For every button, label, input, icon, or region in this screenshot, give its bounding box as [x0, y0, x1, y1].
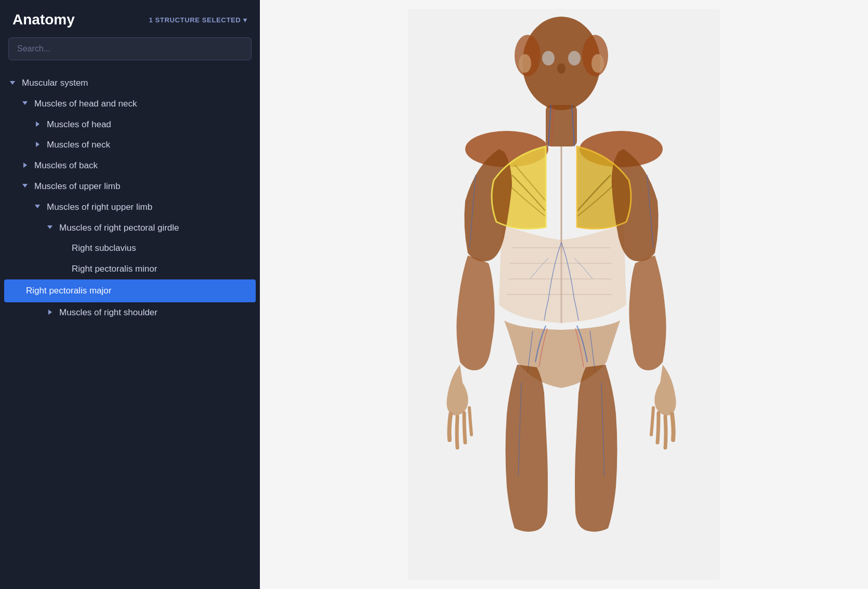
- tree-item-label: Muscles of right shoulder: [59, 306, 252, 319]
- chevron-down-icon: [47, 225, 52, 229]
- main-content: [260, 0, 868, 589]
- tree-item-muscles-right-shoulder[interactable]: Muscles of right shoulder: [0, 302, 260, 323]
- tree-item-muscles-right-pectoral-girdle[interactable]: Muscles of right pectoral girdle: [0, 218, 260, 238]
- chevron-down-icon: [22, 184, 28, 188]
- tree-item-label: Muscles of right upper limb: [47, 201, 252, 213]
- tree-item-label: Muscles of right pectoral girdle: [59, 222, 252, 234]
- tree-item-right-pectoralis-minor[interactable]: Right pectoralis minor: [0, 259, 260, 279]
- tree-item-label: Right pectoralis major: [26, 285, 247, 297]
- sidebar: Anatomy 1 STRUCTURE SELECTED ▾ Muscular …: [0, 0, 260, 589]
- tree-item-muscles-back[interactable]: Muscles of back: [0, 155, 260, 176]
- chevron-down-icon: [35, 205, 40, 208]
- tree-item-label: Muscles of head and neck: [34, 98, 252, 110]
- app-title: Anatomy: [12, 11, 75, 28]
- search-container: [0, 37, 260, 69]
- anatomy-figure: [260, 0, 868, 589]
- chevron-right-icon: [36, 142, 40, 147]
- structure-selected-label: 1 STRUCTURE SELECTED: [149, 16, 241, 24]
- svg-point-4: [557, 63, 565, 74]
- tree-item-right-subclavius[interactable]: Right subclavius: [0, 238, 260, 259]
- tree-item-right-pectoralis-major[interactable]: Right pectoralis major: [4, 279, 256, 302]
- anatomy-svg: [408, 9, 720, 580]
- tree-container: Muscular systemMuscles of head and neckM…: [0, 69, 260, 589]
- tree-item-muscles-head-neck[interactable]: Muscles of head and neck: [0, 93, 260, 114]
- tree-item-muscles-right-upper-limb[interactable]: Muscles of right upper limb: [0, 197, 260, 218]
- tree-item-label: Muscles of upper limb: [34, 180, 252, 193]
- tree-item-label: Right subclavius: [72, 242, 252, 255]
- chevron-right-icon: [36, 122, 40, 127]
- tree-item-muscles-head[interactable]: Muscles of head: [0, 114, 260, 135]
- search-input[interactable]: [8, 37, 252, 60]
- chevron-right-icon: [23, 163, 27, 168]
- chevron-down-icon: [10, 81, 15, 85]
- chevron-down-icon: ▾: [243, 16, 247, 24]
- svg-point-2: [542, 51, 555, 65]
- tree-item-label: Muscles of back: [34, 159, 252, 172]
- svg-point-7: [519, 54, 531, 73]
- chevron-down-icon: [22, 101, 28, 105]
- tree-item-label: Muscular system: [22, 77, 252, 89]
- tree-item-label: Muscles of neck: [47, 139, 252, 151]
- tree-item-label: Right pectoralis minor: [72, 263, 252, 275]
- sidebar-header: Anatomy 1 STRUCTURE SELECTED ▾: [0, 0, 260, 37]
- tree-item-muscles-neck[interactable]: Muscles of neck: [0, 135, 260, 155]
- structure-selected-button[interactable]: 1 STRUCTURE SELECTED ▾: [149, 16, 247, 24]
- svg-point-8: [591, 54, 604, 73]
- chevron-right-icon: [48, 310, 52, 315]
- svg-point-3: [568, 51, 581, 65]
- tree-item-muscles-upper-limb[interactable]: Muscles of upper limb: [0, 176, 260, 197]
- tree-item-muscular-system[interactable]: Muscular system: [0, 73, 260, 93]
- tree-item-label: Muscles of head: [47, 118, 252, 131]
